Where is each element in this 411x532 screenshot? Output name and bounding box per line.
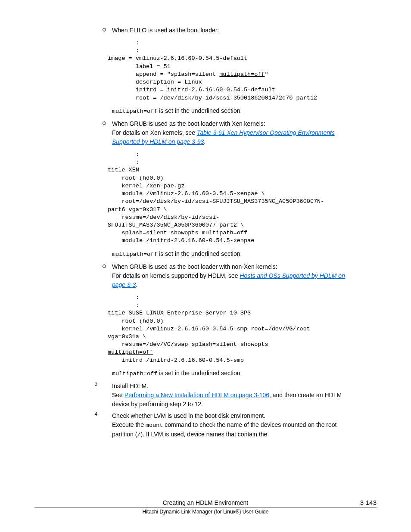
bullet-elilo: When ELILO is used as the boot loader: :… xyxy=(112,26,359,116)
step-4: 4. Check whether LVM is used in the boot… xyxy=(95,411,359,440)
step-3-line2: See Performing a New Installation of HDL… xyxy=(112,391,359,409)
grub-nonxen-after: multipath=off is set in the underlined s… xyxy=(112,369,359,378)
bullet-grub-nonxen-heading: When GRUB is used as the boot loader wit… xyxy=(112,262,359,271)
code-underlined: multipath=off xyxy=(108,349,153,355)
code-underlined: multipath=off xyxy=(219,71,265,78)
step-3-line1: Install HDLM. xyxy=(112,382,359,391)
bullet-elilo-heading: When ELILO is used as the boot loader: xyxy=(112,26,359,35)
mono-mount: mount xyxy=(146,422,163,429)
grub-xen-after: multipath=off is set in the underlined s… xyxy=(112,249,359,259)
step-4-line1: Check whether LVM is used in the boot di… xyxy=(112,411,359,420)
page-footer: Creating an HDLM Environment 3-143 Hitac… xyxy=(34,499,377,515)
mono-token: multipath=off xyxy=(112,251,157,258)
mono-token: multipath=off xyxy=(112,108,157,115)
mono-token: multipath=off xyxy=(112,370,157,377)
s4-pre: Execute the xyxy=(112,421,146,428)
step-4-line2: Execute the mount command to check the n… xyxy=(112,420,359,440)
bullet-circle-icon xyxy=(103,264,106,268)
footer-subtitle: Hitachi Dynamic Link Manager (for Linux®… xyxy=(34,507,377,515)
bullet-grub-nonxen-subline: For details on kernels supported by HDLM… xyxy=(112,271,359,289)
code-underlined: multipath=off xyxy=(202,230,247,236)
sub-pre: For details on Xen kernels, see xyxy=(112,129,197,136)
bullet-grub-xen: When GRUB is used as the boot loader wit… xyxy=(112,119,359,259)
code-block-grub-xen: : : title XEN root (hd0,0) kernel /xen-p… xyxy=(108,151,359,245)
bullet-grub-nonxen: When GRUB is used as the boot loader wit… xyxy=(112,262,359,378)
code-block-elilo: : : image = vmlinuz-2.6.16.60-0.54.5-def… xyxy=(108,39,359,102)
footer-page-number: 3-143 xyxy=(351,499,377,506)
step-number-4: 4. xyxy=(95,411,99,417)
step-3: 3. Install HDLM. See Performing a New In… xyxy=(95,382,359,409)
code-pre: : : title XEN root (hd0,0) kernel /xen-p… xyxy=(108,151,324,236)
bullet-grub-xen-heading: When GRUB is used as the boot loader wit… xyxy=(112,119,359,128)
s3-pre: See xyxy=(112,392,125,398)
bullet-grub-xen-subline: For details on Xen kernels, see Table 3-… xyxy=(112,128,359,146)
link-new-install[interactable]: Performing a New Installation of HDLM on… xyxy=(125,392,269,398)
sub-pre: For details on kernels supported by HDLM… xyxy=(112,272,240,279)
after-text: is set in the underlined section. xyxy=(157,107,242,114)
after-text: is set in the underlined section. xyxy=(157,250,242,257)
bullet-circle-icon xyxy=(103,121,106,125)
elilo-after: multipath=off is set in the underlined s… xyxy=(112,106,359,116)
footer-title: Creating an HDLM Environment xyxy=(60,499,351,506)
sub-post: . xyxy=(204,138,206,145)
code-pre: : : title SUSE LINUX Enterprise Server 1… xyxy=(108,294,314,348)
code-post: initrd /initrd-2.6.16.60-0.54.5-smp xyxy=(108,357,244,364)
after-text: is set in the underlined section. xyxy=(157,370,242,376)
sub-post: . xyxy=(136,281,137,288)
code-block-grub-nonxen: : : title SUSE LINUX Enterprise Server 1… xyxy=(108,294,359,364)
bullet-circle-icon xyxy=(103,28,106,31)
step-number-3: 3. xyxy=(95,382,99,387)
code-post: module /initrd-2.6.16.60-0.54.5-xenpae xyxy=(108,237,254,244)
s4-post: ). If LVM is used, device names that con… xyxy=(140,431,267,438)
